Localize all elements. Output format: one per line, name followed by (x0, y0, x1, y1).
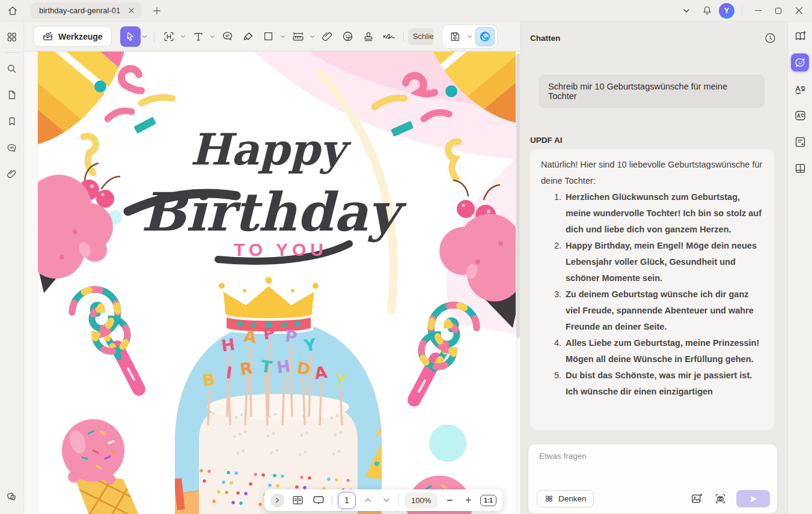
bookmarks-button[interactable] (4, 113, 20, 130)
translate-document-button[interactable] (791, 106, 809, 124)
app-window: birthday-card-genral-01 Y (0, 0, 812, 514)
save-button[interactable] (445, 26, 465, 47)
ai-form-button[interactable] (791, 133, 809, 151)
two-page-view-button[interactable] (290, 492, 305, 508)
plus-icon (153, 7, 161, 15)
paperclip-icon (7, 169, 17, 180)
chat-title: Chatten (530, 34, 560, 43)
measure-tool-dropdown[interactable] (308, 26, 316, 47)
reader-view-button[interactable] (791, 159, 809, 177)
text-tool-dropdown[interactable] (209, 26, 216, 47)
ai-tools-rail (787, 22, 812, 514)
ai-summary-button[interactable] (791, 27, 809, 45)
marker-icon (242, 31, 254, 43)
select-tool-dropdown[interactable] (141, 26, 148, 47)
ai-assistant-button[interactable] (475, 27, 495, 46)
cyan-dot-large (429, 425, 466, 462)
translate-icon (794, 83, 807, 95)
page-number-input[interactable] (338, 492, 356, 509)
search-icon (6, 63, 17, 74)
ai-chat-panel: Chatten Schreib mir 10 Geburtstagswünsch… (520, 22, 787, 514)
search-button[interactable] (4, 60, 20, 77)
pager-separator (398, 495, 399, 506)
titlebar-right: Y (678, 2, 812, 19)
presentation-button[interactable] (311, 492, 326, 508)
titlebar-divider (742, 6, 742, 16)
ai-swirl-icon (478, 30, 492, 43)
tab-close-icon[interactable] (126, 6, 136, 16)
save-dropdown[interactable] (466, 26, 474, 47)
text-icon (192, 31, 204, 43)
insert-image-button[interactable] (689, 492, 704, 506)
camera-icon (714, 492, 727, 505)
panel-layout-button[interactable] (4, 488, 20, 504)
chat-input[interactable] (538, 451, 766, 461)
screenshot-button[interactable] (713, 492, 727, 506)
zoom-level[interactable]: 100% (404, 492, 438, 509)
stamp-tool[interactable] (358, 26, 379, 47)
edit-text-tool[interactable] (159, 26, 179, 47)
maximize-icon (775, 8, 781, 14)
chat-input-actions: Denken (537, 490, 770, 507)
toolbar-separator (154, 31, 154, 42)
chat-history-button[interactable] (762, 30, 778, 46)
panels-icon (6, 491, 17, 502)
signature-icon (382, 30, 396, 43)
minimize-icon (755, 10, 762, 11)
title-word-2: Birthday (141, 181, 407, 243)
think-mode-button[interactable]: Denken (537, 490, 594, 507)
attachments-button[interactable] (4, 166, 20, 183)
toolbar: Werkzeuge (24, 22, 520, 52)
measure-tool[interactable] (288, 26, 308, 47)
close-tools-button[interactable]: Schließen (408, 28, 433, 45)
history-clock-icon (764, 32, 777, 44)
paperclip-icon (322, 31, 334, 43)
new-tab-button[interactable] (150, 4, 163, 17)
zoom-out-button[interactable]: − (443, 494, 456, 507)
svg-text:A: A (243, 327, 258, 347)
actual-size-button[interactable]: 1:1 (480, 495, 496, 506)
home-button[interactable] (5, 4, 20, 18)
ice-cream-bottom-left (62, 419, 144, 514)
presentation-icon (312, 494, 325, 507)
shape-tool-dropdown[interactable] (279, 26, 287, 47)
list-item: 5.Du bist das Schönste, was mir je passi… (554, 367, 763, 400)
ai-translate-button[interactable] (791, 80, 809, 98)
signature-tool[interactable] (379, 26, 399, 47)
attachment-tool[interactable] (317, 26, 338, 47)
sticker-icon (341, 30, 354, 43)
document-tab[interactable]: birthday-card-genral-01 (31, 2, 142, 19)
maximize-button[interactable] (770, 2, 787, 19)
sticker-tool[interactable] (338, 26, 358, 47)
select-tool[interactable] (120, 26, 141, 47)
page-thumbnails-button[interactable] (4, 28, 20, 45)
edit-text-tool-dropdown[interactable] (179, 26, 187, 47)
rail-divider (5, 52, 19, 53)
notifications-button[interactable] (698, 2, 715, 19)
atom-icon (544, 494, 554, 504)
page-navigation-toolbar: 100% − + 1:1 (264, 489, 502, 511)
zoom-in-button[interactable]: + (462, 494, 475, 507)
canvas-scrollbar[interactable] (516, 53, 520, 512)
avatar[interactable]: Y (719, 3, 734, 19)
previous-page-button[interactable] (361, 494, 374, 507)
next-page-button[interactable] (380, 494, 393, 507)
expand-menu-button[interactable] (678, 2, 695, 19)
ai-chat-button[interactable] (791, 53, 809, 71)
pages-button[interactable] (4, 86, 20, 103)
shape-tool[interactable] (258, 26, 279, 47)
grid-icon (6, 31, 17, 43)
comments-button[interactable] (4, 139, 20, 156)
ai-name-label: UPDF AI (530, 136, 787, 145)
tools-menu-button[interactable]: Werkzeuge (33, 26, 112, 47)
rectangle-icon (263, 31, 274, 42)
note-comment-tool[interactable] (218, 26, 238, 47)
collapse-toolbar-button[interactable] (270, 494, 284, 507)
highlight-tool[interactable] (238, 26, 258, 47)
text-tool[interactable] (188, 26, 209, 47)
svg-text:H: H (220, 335, 236, 355)
scrollbar-thumb[interactable] (516, 53, 520, 338)
minimize-button[interactable] (749, 2, 766, 19)
close-window-button[interactable] (790, 2, 807, 19)
send-button[interactable] (736, 490, 770, 507)
